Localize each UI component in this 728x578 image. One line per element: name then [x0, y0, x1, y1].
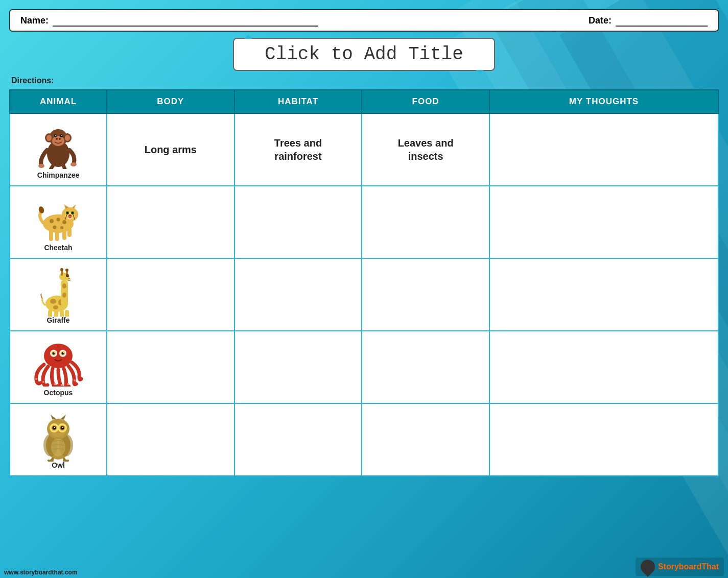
svg-point-10 — [61, 135, 62, 136]
body-cell[interactable] — [107, 186, 234, 258]
animal-cell-octopus: Octopus — [10, 331, 107, 403]
svg-rect-32 — [49, 230, 53, 241]
svg-point-90 — [54, 426, 55, 427]
name-section: Name: — [20, 14, 589, 27]
svg-point-73 — [61, 384, 63, 386]
logo-icon — [638, 557, 658, 577]
col-header-animal: ANIMAL — [10, 90, 107, 113]
svg-point-91 — [62, 426, 63, 427]
svg-point-43 — [62, 293, 66, 298]
svg-point-30 — [72, 212, 74, 213]
footer-url: www.storyboardthat.com — [4, 569, 78, 576]
title-container: Click to Add Title — [9, 38, 719, 71]
svg-marker-81 — [51, 415, 56, 420]
animal-cell-giraffe: Giraffe — [10, 258, 107, 331]
svg-point-7 — [54, 134, 57, 137]
col-header-habitat: HABITAT — [234, 90, 362, 113]
page-title[interactable]: Click to Add Title — [265, 44, 463, 65]
svg-point-12 — [59, 138, 61, 140]
table-row: Chimpanzee Long armsTrees andrainforestL… — [10, 113, 718, 186]
svg-point-67 — [62, 352, 64, 354]
table-row: Cheetah — [10, 186, 718, 258]
habitat-cell[interactable] — [234, 258, 362, 331]
title-box[interactable]: Click to Add Title — [233, 38, 495, 71]
habitat-cell[interactable]: Trees andrainforest — [234, 113, 362, 186]
habitat-text: Trees andrainforest — [274, 137, 322, 162]
animal-illustration — [30, 121, 86, 169]
name-input-line[interactable] — [53, 14, 318, 27]
table-row: Octopus — [10, 331, 718, 403]
svg-point-18 — [62, 220, 66, 224]
animal-name-label: Owl — [52, 461, 65, 469]
footer-logo: StoryboardThat — [636, 558, 724, 576]
thoughts-cell[interactable] — [489, 331, 718, 403]
animal-name-label: Cheetah — [44, 244, 72, 252]
table-row: Owl — [10, 403, 718, 476]
svg-point-48 — [65, 269, 68, 272]
svg-point-11 — [56, 138, 58, 140]
table-header-row: ANIMAL BODY HABITAT FOOD MY THOUGHTS — [10, 90, 718, 113]
svg-point-9 — [55, 135, 56, 136]
name-label: Name: — [20, 15, 49, 26]
habitat-cell[interactable] — [234, 186, 362, 258]
svg-point-19 — [53, 225, 57, 229]
svg-point-51 — [67, 275, 68, 276]
animal-cell-chimpanzee: Chimpanzee — [10, 113, 107, 186]
body-cell[interactable] — [107, 331, 234, 403]
svg-point-52 — [68, 278, 70, 279]
food-cell[interactable] — [362, 403, 489, 476]
body-cell[interactable]: Long arms — [107, 113, 234, 186]
svg-point-38 — [50, 299, 56, 304]
animal-cell-content: Chimpanzee — [10, 114, 106, 185]
body-cell[interactable] — [107, 403, 234, 476]
svg-point-40 — [53, 305, 58, 309]
thoughts-cell[interactable] — [489, 113, 718, 186]
svg-point-3 — [46, 135, 52, 141]
svg-point-17 — [57, 218, 60, 221]
animal-table: ANIMAL BODY HABITAT FOOD MY THOUGHTS — [9, 89, 719, 476]
svg-rect-33 — [55, 230, 59, 241]
svg-point-88 — [53, 426, 56, 429]
svg-point-68 — [54, 352, 55, 353]
table-row: Giraffe — [10, 258, 718, 331]
col-header-body: BODY — [107, 90, 234, 113]
habitat-cell[interactable] — [234, 331, 362, 403]
svg-marker-82 — [61, 415, 66, 420]
svg-point-79 — [51, 438, 65, 456]
svg-point-46 — [60, 268, 63, 271]
food-cell[interactable] — [362, 186, 489, 258]
thoughts-cell[interactable] — [489, 258, 718, 331]
svg-point-6 — [52, 136, 64, 146]
svg-point-69 — [63, 352, 64, 353]
date-input-line[interactable] — [616, 14, 708, 27]
svg-point-72 — [54, 383, 56, 385]
svg-rect-34 — [62, 230, 66, 240]
animal-cell-content: Cheetah — [10, 186, 106, 258]
svg-point-42 — [62, 283, 66, 288]
thoughts-cell[interactable] — [489, 403, 718, 476]
habitat-cell[interactable] — [234, 403, 362, 476]
svg-point-29 — [67, 212, 68, 213]
col-header-thoughts: MY THOUGHTS — [489, 90, 718, 113]
svg-point-13 — [38, 164, 44, 168]
body-cell[interactable] — [107, 258, 234, 331]
food-cell[interactable]: Leaves andinsects — [362, 113, 489, 186]
svg-point-5 — [65, 135, 70, 141]
animal-illustration — [30, 411, 86, 459]
svg-point-20 — [60, 226, 63, 229]
animal-cell-content: Owl — [10, 404, 106, 475]
thoughts-cell[interactable] — [489, 186, 718, 258]
food-cell[interactable] — [362, 331, 489, 403]
food-text: Leaves andinsects — [398, 137, 454, 162]
animal-name-label: Octopus — [44, 389, 73, 397]
body-text: Long arms — [145, 144, 197, 155]
svg-point-70 — [35, 378, 37, 380]
date-section: Date: — [589, 14, 708, 27]
svg-point-66 — [53, 352, 55, 354]
svg-point-16 — [50, 219, 54, 223]
svg-rect-35 — [67, 228, 72, 237]
food-cell[interactable] — [362, 258, 489, 331]
animal-cell-content: Giraffe — [10, 259, 106, 330]
animal-cell-content: Octopus — [10, 331, 106, 403]
svg-point-89 — [61, 426, 64, 429]
